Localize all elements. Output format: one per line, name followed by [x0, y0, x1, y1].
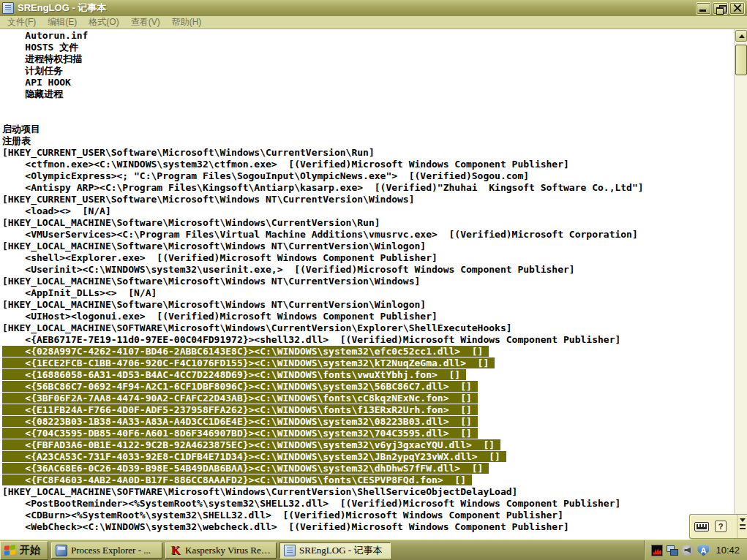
editor-line-selected: <{028A997C-4262-4107-BD46-2ABBC6143E8C}>…	[2, 346, 733, 357]
editor-line: 隐藏进程	[2, 88, 733, 100]
editor-line: [HKEY_LOCAL_MACHINE\Software\Microsoft\W…	[2, 217, 733, 229]
editor-line: <{AEB6717E-7E19-11d0-97EE-00C04FD91972}>…	[2, 334, 733, 346]
editor-line-selected: <{E11FB24A-F766-4D0F-ADF5-237958FFA262}>…	[2, 404, 733, 416]
editor-line	[2, 112, 733, 124]
editor-line: <VMUserServices><C:\Program Files\Virtua…	[2, 229, 733, 241]
editor-line: <AppInit_DLLs><> [N/A]	[2, 287, 733, 299]
taskbar-button-process-explorer[interactable]: Process Explorer - ...	[51, 542, 162, 559]
editor-line-selected: <{08223B03-1B38-4A33-A83A-A4D3CC1D6E4E}>…	[2, 416, 733, 428]
editor-line-selected: <{16886058-6A31-4D53-B4AC-4CC7D2248D69}>…	[2, 369, 733, 381]
editor-line: <OlympicExpress><; "C:\Program Files\Sog…	[2, 170, 733, 182]
taskbar: 开始 Process Explorer - ...KKaspersky Viru…	[0, 540, 747, 560]
editor-line: HOSTS 文件	[2, 42, 733, 53]
editor-line: <load><> [N/A]	[2, 205, 733, 217]
editor-line-selected: <{36AC68E6-0C26-4D39-B98E-54B49DAB6BAA}>…	[2, 463, 733, 474]
editor[interactable]: Autorun.inf HOSTS 文件 进程特权扫描 计划任务 API HOO…	[0, 29, 747, 540]
menu-view[interactable]: 查看(V)	[125, 15, 166, 29]
editor-line: [HKEY_LOCAL_MACHINE\Software\Microsoft\W…	[2, 241, 733, 252]
windows-flag-icon	[4, 545, 16, 556]
language-bar-options[interactable]	[737, 515, 747, 538]
editor-line: <shell><Explorer.exe> [(Verified)Microso…	[2, 252, 733, 264]
editor-line-selected: <{704C3595-DB85-40F6-A601-8D6F346907BD}>…	[2, 428, 733, 439]
window-controls	[696, 2, 745, 15]
editor-line: <Userinit><C:\WINDOWS\system32\userinit.…	[2, 264, 733, 276]
antivirus-shield-icon[interactable]: A	[697, 545, 709, 556]
editor-line-selected: <{A23CA53C-731F-4033-92E8-C1DFB4E71D34}>…	[2, 451, 733, 463]
editor-line: <Antispy ARP><C:\Program Files\Kingsoft\…	[2, 182, 733, 194]
cpu-activity-icon[interactable]	[651, 545, 663, 556]
editor-line: Autorun.inf	[2, 30, 733, 42]
window-title: SREngLOG - 记事本	[18, 1, 106, 15]
editor-line: <ctfmon.exe><C:\WINDOWS\system32\ctfmon.…	[2, 159, 733, 170]
editor-line: API HOOK	[2, 77, 733, 88]
editor-line: [HKEY_LOCAL_MACHINE\SOFTWARE\Microsoft\W…	[2, 322, 733, 334]
taskbar-button-notepad[interactable]: SREngLOG - 记事本	[279, 542, 391, 559]
editor-line-selected: <{FBFAD3A6-0B1E-4122-9C2B-92A4623875EC}>…	[2, 439, 733, 451]
taskbar-button-label: Process Explorer - ...	[71, 545, 151, 556]
keyboard-icon[interactable]	[694, 522, 709, 531]
language-bar: ?	[689, 514, 747, 539]
editor-line: <CDBurn><%SystemRoot%\system32\SHELL32.d…	[2, 510, 733, 521]
chevron-down-icon	[740, 518, 746, 522]
editor-text[interactable]: Autorun.inf HOSTS 文件 进程特权扫描 计划任务 API HOO…	[2, 30, 733, 533]
menu-edit[interactable]: 编辑(E)	[42, 15, 83, 29]
editor-line: [HKEY_CURRENT_USER\Software\Microsoft\Wi…	[2, 147, 733, 159]
editor-line	[2, 100, 733, 112]
editor-line: 计划任务	[2, 65, 733, 77]
taskbar-button-label: SREngLOG - 记事本	[299, 544, 382, 557]
close-button[interactable]	[729, 2, 745, 15]
notepad-icon	[284, 545, 296, 556]
taskbar-button-label: Kaspersky Virus Rem...	[185, 545, 272, 556]
start-button[interactable]: 开始	[0, 541, 48, 560]
editor-line: [HKEY_CURRENT_USER\Software\Microsoft\Wi…	[2, 194, 733, 205]
tray-icons: A	[647, 545, 709, 556]
scroll-up-icon[interactable]	[735, 30, 747, 42]
title-bar[interactable]: SREngLOG - 记事本	[0, 0, 747, 16]
editor-line: <PostBootReminder><%SystemRoot%\system32…	[2, 498, 733, 510]
process-explorer-icon	[56, 545, 67, 556]
menu-file[interactable]: 文件(F)	[1, 15, 42, 29]
clock[interactable]: 10:42	[716, 545, 740, 556]
editor-line-selected: <{56BC86C7-0692-4F94-A2C1-6CF1DBF8096C}>…	[2, 381, 733, 393]
network-icon[interactable]	[667, 545, 678, 556]
menu-format[interactable]: 格式(O)	[83, 15, 124, 29]
notepad-icon	[2, 2, 14, 14]
editor-line-selected: <{FC8F4603-4AB2-4A0D-B17F-886CC8AAAFD2}>…	[2, 474, 733, 486]
editor-line: 注册表	[2, 135, 733, 147]
taskbar-buttons: Process Explorer - ...KKaspersky Virus R…	[51, 542, 391, 559]
desktop: SREngLOG - 记事本 文件(F) 编辑(E) 格式(O) 查看(V) 帮…	[0, 0, 747, 560]
editor-line: [HKEY_LOCAL_MACHINE\SOFTWARE\Microsoft\W…	[2, 486, 733, 498]
editor-line: 启动项目	[2, 124, 733, 135]
editor-line: <UIHost><logonui.exe> [(Verified)Microso…	[2, 311, 733, 322]
editor-line-selected: <{1ECE2FCB-C1BB-4706-920C-F4C1076FD155}>…	[2, 357, 733, 369]
volume-icon[interactable]	[682, 545, 694, 556]
kaspersky-icon: K	[170, 545, 181, 556]
scrollbar-thumb[interactable]	[735, 45, 747, 75]
editor-line: [HKEY_LOCAL_MACHINE\Software\Microsoft\W…	[2, 299, 733, 311]
system-tray: A 10:42	[644, 540, 747, 560]
taskbar-button-kaspersky[interactable]: KKaspersky Virus Rem...	[165, 542, 277, 559]
options-bar-icon	[740, 524, 746, 526]
editor-line: [HKEY_LOCAL_MACHINE\Software\Microsoft\W…	[2, 276, 733, 287]
editor-line: <WebCheck><C:\WINDOWS\system32\webcheck.…	[2, 521, 733, 533]
menu-help[interactable]: 帮助(H)	[166, 15, 208, 29]
vertical-scrollbar[interactable]	[734, 29, 747, 540]
restore-button[interactable]	[713, 2, 728, 15]
options-bar-icon	[740, 528, 746, 529]
menu-bar: 文件(F) 编辑(E) 格式(O) 查看(V) 帮助(H)	[0, 16, 747, 29]
help-icon[interactable]: ?	[715, 521, 727, 532]
editor-line: 进程特权扫描	[2, 53, 733, 65]
minimize-button[interactable]	[696, 2, 711, 15]
start-button-label: 开始	[20, 544, 40, 557]
editor-line-selected: <{3BF06F2A-7AA8-4474-90A2-CFAFC22D43AB}>…	[2, 393, 733, 404]
